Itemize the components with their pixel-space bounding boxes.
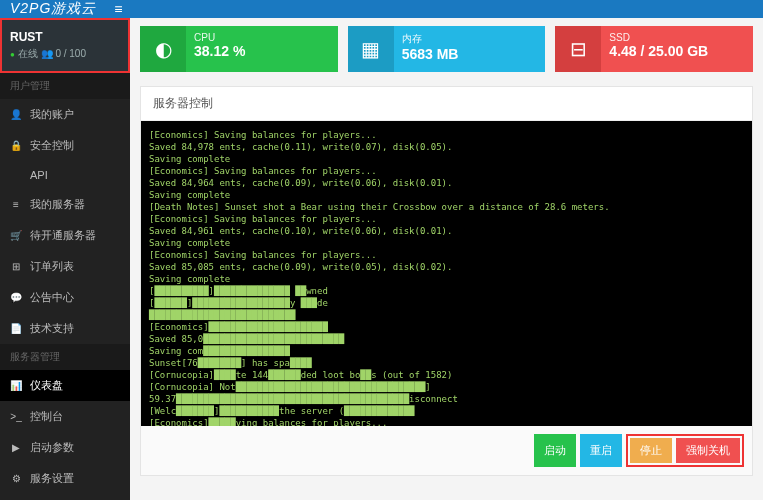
sidebar-item-仪表盘[interactable]: 📊仪表盘 <box>0 370 130 401</box>
nav-icon: ▶ <box>10 442 22 453</box>
nav-icon: 🛒 <box>10 230 22 241</box>
status-dot-icon: ● <box>10 50 15 59</box>
sidebar-item-订单列表[interactable]: ⊞订单列表 <box>0 251 130 282</box>
nav-label: 仪表盘 <box>30 378 63 393</box>
cpu-label: CPU <box>194 32 330 43</box>
stat-memory: ▦ 内存5683 MB <box>348 26 546 72</box>
main-content: ◐ CPU38.12 % ▦ 内存5683 MB ⊟ SSD4.48 / 25.… <box>130 18 763 500</box>
sidebar-item-公告中心[interactable]: 💬公告中心 <box>0 282 130 313</box>
nav-label: 启动参数 <box>30 440 74 455</box>
sidebar-item-安全控制[interactable]: 🔒安全控制 <box>0 130 130 161</box>
status-label: 在线 <box>18 48 38 59</box>
nav-label: 我的服务器 <box>30 197 85 212</box>
disk-icon: ⊟ <box>555 26 601 72</box>
nav-label: 订单列表 <box>30 259 74 274</box>
nav-label: 服务设置 <box>30 471 74 486</box>
brand-logo: V2PG游戏云 <box>10 0 96 18</box>
nav-icon: 📊 <box>10 380 22 391</box>
nav-label: 待开通服务器 <box>30 228 96 243</box>
nav-label: 安全控制 <box>30 138 74 153</box>
nav-icon: 🔒 <box>10 140 22 151</box>
server-slots: 👥 0 / 100 <box>41 48 86 59</box>
sidebar-item-启动参数[interactable]: ▶启动参数 <box>0 432 130 463</box>
stat-cpu: ◐ CPU38.12 % <box>140 26 338 72</box>
sidebar: RUST ●在线 👥 0 / 100 用户管理 👤我的账户🔒安全控制API≡我的… <box>0 18 130 500</box>
nav-label: 技术支持 <box>30 321 74 336</box>
nav-icon: 👤 <box>10 109 22 120</box>
mem-value: 5683 MB <box>402 46 538 62</box>
nav-icon: ≡ <box>10 199 22 210</box>
server-info-card[interactable]: RUST ●在线 👥 0 / 100 <box>0 18 130 73</box>
server-name: RUST <box>10 30 120 44</box>
nav-label: 公告中心 <box>30 290 74 305</box>
control-buttons: 启动 重启 停止 强制关机 <box>141 426 752 475</box>
chip-icon: ▦ <box>348 26 394 72</box>
menu-toggle-icon[interactable]: ≡ <box>114 1 122 17</box>
nav-icon: 💬 <box>10 292 22 303</box>
console-output[interactable]: [Economics] Saving balances for players.… <box>141 121 752 426</box>
start-button[interactable]: 启动 <box>534 434 576 467</box>
ssd-value: 4.48 / 25.00 GB <box>609 43 745 59</box>
nav-icon: >_ <box>10 411 22 422</box>
stop-button[interactable]: 停止 <box>630 438 672 463</box>
console-panel: 服务器控制 [Economics] Saving balances for pl… <box>140 86 753 476</box>
cpu-value: 38.12 % <box>194 43 330 59</box>
panel-title: 服务器控制 <box>141 87 752 121</box>
nav-icon: ⊞ <box>10 261 22 272</box>
force-shutdown-button[interactable]: 强制关机 <box>676 438 740 463</box>
sidebar-item-待开通服务器[interactable]: 🛒待开通服务器 <box>0 220 130 251</box>
sidebar-item-我的账户[interactable]: 👤我的账户 <box>0 99 130 130</box>
sidebar-item-服务设置[interactable]: ⚙服务设置 <box>0 463 130 494</box>
section-user-mgmt: 用户管理 <box>0 73 130 99</box>
sidebar-item-控制台[interactable]: >_控制台 <box>0 401 130 432</box>
server-status: ●在线 👥 0 / 100 <box>10 47 120 61</box>
nav-icon: 📄 <box>10 323 22 334</box>
nav-icon: ⚙ <box>10 473 22 484</box>
nav-label: 控制台 <box>30 409 63 424</box>
ssd-label: SSD <box>609 32 745 43</box>
sidebar-item-API[interactable]: API <box>0 161 130 189</box>
sidebar-item-文件管理器[interactable]: 📁文件管理器 <box>0 494 130 500</box>
nav-label: 我的账户 <box>30 107 74 122</box>
section-server-mgmt: 服务器管理 <box>0 344 130 370</box>
sidebar-item-技术支持[interactable]: 📄技术支持 <box>0 313 130 344</box>
gauge-icon: ◐ <box>140 26 186 72</box>
mem-label: 内存 <box>402 32 538 46</box>
danger-group: 停止 强制关机 <box>626 434 744 467</box>
restart-button[interactable]: 重启 <box>580 434 622 467</box>
stat-ssd: ⊟ SSD4.48 / 25.00 GB <box>555 26 753 72</box>
sidebar-item-我的服务器[interactable]: ≡我的服务器 <box>0 189 130 220</box>
nav-label: API <box>30 169 48 181</box>
